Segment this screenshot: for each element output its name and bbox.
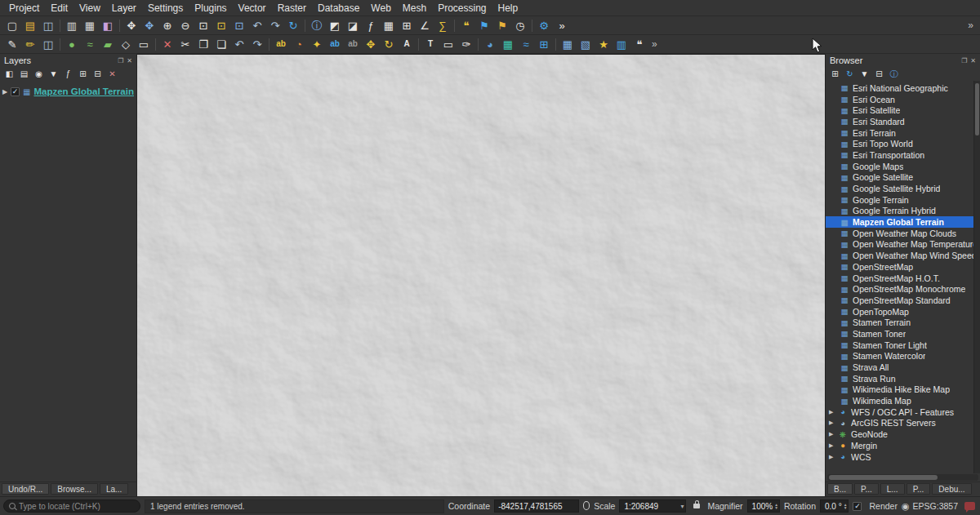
- horizontal-scrollbar[interactable]: [827, 474, 978, 481]
- menu-edit[interactable]: Edit: [45, 1, 74, 16]
- python-console-button[interactable]: »: [553, 17, 571, 33]
- toolbar-overflow-button[interactable]: »: [964, 20, 977, 31]
- add-polygon-feature-button[interactable]: ▰: [99, 36, 117, 52]
- layer-tree-label[interactable]: Mapzen Global Terrain: [33, 87, 133, 96]
- menu-vector[interactable]: Vector: [233, 1, 272, 16]
- form-annotation-button[interactable]: ▭: [439, 36, 457, 52]
- menu-help[interactable]: Help: [492, 1, 524, 16]
- zoom-full-button[interactable]: ⊡: [194, 17, 212, 33]
- map-tips-button[interactable]: ❝: [457, 17, 475, 33]
- delete-selected-button[interactable]: ✕: [158, 36, 176, 52]
- dock-tab[interactable]: L...: [880, 483, 905, 495]
- data-source-manager-button[interactable]: ▥: [612, 36, 630, 52]
- measure-line-button[interactable]: ∠: [416, 17, 434, 33]
- browser-item[interactable]: ▦Esri Ocean: [826, 94, 980, 105]
- coordinate-input[interactable]: [494, 499, 579, 513]
- browser-item[interactable]: ▦Google Maps: [826, 161, 980, 172]
- lock-scale-button[interactable]: [690, 504, 703, 508]
- menu-raster[interactable]: Raster: [272, 1, 312, 16]
- float-panel-icon[interactable]: ❐: [961, 57, 967, 64]
- dock-tab[interactable]: B...: [827, 483, 853, 495]
- zoom-last-button[interactable]: ↶: [248, 17, 266, 33]
- browser-item[interactable]: ▦OpenStreetMap: [826, 261, 980, 273]
- close-panel-icon[interactable]: ✕: [127, 57, 132, 64]
- show-hide-labels-button[interactable]: ab: [344, 36, 362, 52]
- menu-project[interactable]: Project: [3, 1, 45, 16]
- save-project-button[interactable]: ◫: [39, 17, 57, 33]
- menu-layer[interactable]: Layer: [106, 1, 142, 16]
- scrollbar-thumb[interactable]: [975, 83, 979, 135]
- text-annotation-button[interactable]: T: [421, 36, 439, 52]
- profile-tool-button[interactable]: ≈: [517, 36, 535, 52]
- scrollbar-thumb[interactable]: [829, 475, 938, 480]
- mesh-reindex-button[interactable]: ▧: [577, 36, 595, 52]
- temporal-controller-button[interactable]: ◷: [511, 17, 529, 33]
- layer-visibility-checkbox[interactable]: ✓: [11, 87, 20, 96]
- browser-item[interactable]: ▶●Mergin: [826, 440, 980, 451]
- rotation-spinbox[interactable]: 0.0 ° ▴▾: [820, 499, 849, 513]
- browser-item[interactable]: ▦Esri Satellite: [826, 104, 980, 116]
- remove-layer-button[interactable]: ✕: [105, 68, 119, 80]
- dock-tab[interactable]: P...: [906, 483, 931, 495]
- collapse-all-button[interactable]: ⊟: [872, 68, 886, 80]
- plugin-favorites-button[interactable]: ★: [595, 36, 612, 52]
- browser-item[interactable]: ▶◕ArcGIS REST Servers: [826, 418, 980, 429]
- filter-legend-button[interactable]: ▼: [47, 68, 60, 80]
- zoom-next-button[interactable]: ↷: [266, 17, 284, 33]
- open-layer-styling-button[interactable]: ◧: [2, 68, 16, 80]
- zoom-out-button[interactable]: ⊖: [176, 17, 194, 33]
- browser-item[interactable]: ▦Esri Topo World: [826, 138, 980, 149]
- browser-item[interactable]: ▦Google Terrain: [826, 194, 980, 206]
- layout-manager-button[interactable]: ▦: [81, 17, 99, 33]
- metasearch-button[interactable]: ◕: [481, 36, 499, 52]
- menu-processing[interactable]: Processing: [432, 1, 492, 16]
- show-bookmarks-button[interactable]: ⚑: [493, 17, 511, 33]
- move-label-button[interactable]: ✥: [362, 36, 380, 52]
- dock-tab[interactable]: Browse...: [51, 483, 98, 495]
- scale-combobox[interactable]: 1:206849 ▾: [619, 499, 686, 513]
- add-selected-layers-button[interactable]: ⊞: [828, 68, 842, 80]
- locator-box[interactable]: [3, 499, 140, 513]
- float-panel-icon[interactable]: ❐: [118, 57, 123, 64]
- menu-web[interactable]: Web: [365, 1, 396, 16]
- change-label-button[interactable]: A: [398, 36, 416, 52]
- field-calculator-button[interactable]: ⊞: [398, 17, 416, 33]
- browser-item[interactable]: ▦Esri Standard: [826, 116, 980, 127]
- current-edits-button[interactable]: ✎: [3, 36, 21, 52]
- browser-item[interactable]: ▦Strava All: [826, 362, 980, 373]
- spinner-arrows[interactable]: ▴▾: [844, 503, 847, 509]
- dock-tab[interactable]: La...: [100, 483, 128, 495]
- open-attribute-table-button[interactable]: ▦: [380, 17, 398, 33]
- select-by-expression-button[interactable]: ƒ: [362, 17, 380, 33]
- log-messages-button[interactable]: [962, 502, 977, 510]
- expand-arrow-icon[interactable]: ▶: [829, 420, 838, 426]
- refresh-map-button[interactable]: ↻: [284, 17, 302, 33]
- browser-item[interactable]: ▦Google Satellite Hybrid: [826, 183, 980, 194]
- render-checkbox[interactable]: ✓: [853, 502, 862, 511]
- manage-map-themes-button[interactable]: ◉: [32, 68, 46, 80]
- menu-mesh[interactable]: Mesh: [397, 1, 432, 16]
- map-canvas[interactable]: [137, 54, 825, 496]
- dock-tab[interactable]: Undo/R...: [2, 483, 49, 495]
- cut-features-button[interactable]: ✂: [176, 36, 194, 52]
- select-features-button[interactable]: ◩: [326, 17, 344, 33]
- highlight-labels-button[interactable]: ab: [326, 36, 344, 52]
- browser-item[interactable]: ▶◕WCS: [826, 451, 980, 463]
- browser-item[interactable]: ▦Esri Terrain: [826, 127, 980, 139]
- browser-item[interactable]: ▦Google Terrain Hybrid: [826, 206, 980, 217]
- rotate-label-button[interactable]: ↻: [380, 36, 398, 52]
- processing-toolbox-button[interactable]: ⚙: [535, 17, 553, 33]
- expand-arrow-icon[interactable]: ▶: [829, 442, 838, 449]
- pan-map-button[interactable]: ✥: [122, 17, 140, 33]
- browser-item[interactable]: ▦OpenStreetMap H.O.T.: [826, 273, 980, 284]
- open-project-button[interactable]: ▤: [21, 17, 39, 33]
- layer-diagram-button[interactable]: ◔: [290, 36, 308, 52]
- undo-button[interactable]: ↶: [230, 36, 248, 52]
- properties-widget-button[interactable]: ⓘ: [887, 68, 901, 80]
- new-print-layout-button[interactable]: ▥: [63, 17, 81, 33]
- dock-tab[interactable]: Debu...: [932, 483, 971, 495]
- spinner-arrows[interactable]: ▴▾: [775, 503, 777, 509]
- refresh-browser-button[interactable]: ↻: [843, 68, 857, 80]
- zoom-to-selection-button[interactable]: ⊡: [212, 17, 230, 33]
- browser-item[interactable]: ▦OpenStreetMap Standard: [826, 295, 980, 306]
